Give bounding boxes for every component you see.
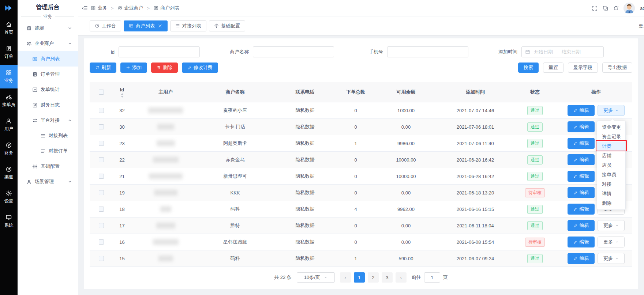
cell-add-time-text: 2021-06-07 09:24: [457, 256, 494, 261]
calendar-icon: [525, 49, 530, 54]
date-range-input[interactable]: 开始日期 结束日期: [521, 46, 604, 57]
search-button[interactable]: 搜索: [518, 63, 539, 73]
more-button[interactable]: 更多: [598, 220, 625, 231]
row-checkbox[interactable]: [99, 157, 104, 162]
row-checkbox[interactable]: [99, 223, 104, 228]
goto-page-input[interactable]: [424, 272, 440, 283]
more-button[interactable]: 更多: [598, 105, 625, 116]
cell-select: [90, 135, 113, 151]
page-button-2[interactable]: 2: [368, 272, 379, 283]
page-button-1[interactable]: 1: [354, 272, 365, 283]
refresh-button[interactable]: 刷新: [90, 63, 116, 73]
column-header-label: 主用户: [158, 89, 173, 95]
page-size-select[interactable]: 10条/页: [297, 272, 335, 283]
edit-button[interactable]: 编辑: [568, 171, 595, 182]
row-checkbox[interactable]: [99, 190, 104, 195]
total-count: 共 22 条: [274, 274, 292, 281]
phone-filter-input[interactable]: [387, 46, 468, 57]
modify-billing-button[interactable]: 修改计费: [182, 63, 218, 73]
menu-item-doc-3[interactable]: 订单管理: [18, 67, 78, 82]
avatar[interactable]: [624, 3, 635, 14]
next-page-button[interactable]: ›: [396, 272, 407, 283]
more-button-label: 更多: [603, 255, 613, 262]
rail-item-compass[interactable]: 渠道: [0, 162, 18, 185]
more-button[interactable]: 更多: [598, 237, 625, 247]
username[interactable]: admin: [640, 5, 644, 11]
more-button[interactable]: 更多: [598, 253, 625, 264]
page-button-3[interactable]: 3: [382, 272, 393, 283]
row-checkbox[interactable]: [99, 256, 104, 261]
show-fields-button[interactable]: 显示字段: [568, 63, 598, 73]
rail-item-monitor[interactable]: 系统: [0, 210, 18, 233]
tab-dashboard[interactable]: 工作台: [90, 20, 121, 31]
rail-item-coin[interactable]: 财务: [0, 137, 18, 161]
rail-item-home[interactable]: 首页: [0, 17, 18, 40]
menu-item-shop-0[interactable]: 跑腿: [18, 20, 78, 36]
edit-button[interactable]: 编辑: [568, 204, 595, 215]
tab-list[interactable]: 对接列表: [170, 20, 206, 31]
theme-icon[interactable]: [602, 5, 609, 11]
delete-button[interactable]: 删除: [151, 63, 178, 73]
rail-item-user[interactable]: 用户: [0, 113, 18, 137]
menu-item-people-1[interactable]: 企业商户: [18, 36, 78, 51]
edit-button[interactable]: 编辑: [568, 105, 595, 116]
dropdown-item-详情[interactable]: 详情: [597, 189, 625, 198]
menu-item-editdoc-5[interactable]: 财务日志: [18, 97, 78, 113]
edit-button[interactable]: 编辑: [568, 138, 595, 149]
sort-icons[interactable]: [121, 93, 124, 98]
app-logo-icon[interactable]: [0, 0, 18, 16]
collapse-sidebar-icon[interactable]: [82, 5, 88, 11]
breadcrumb-item-people[interactable]: 企业商户: [117, 5, 143, 11]
edit-button[interactable]: 编辑: [568, 253, 595, 264]
breadcrumb-item-card[interactable]: 商户列表: [153, 5, 179, 11]
tab-gear[interactable]: 基础配置: [209, 20, 245, 31]
edit-button[interactable]: 编辑: [568, 220, 595, 231]
merchant-name-filter-input[interactable]: [253, 46, 334, 57]
menu-item-user-10[interactable]: 场景管理: [18, 174, 78, 189]
menu-item-gear-9[interactable]: 基础配置: [18, 159, 78, 174]
rail-item-bike[interactable]: 接单员: [0, 89, 18, 113]
edit-button[interactable]: 编辑: [568, 154, 595, 165]
row-checkbox[interactable]: [99, 141, 104, 146]
tabs-more-button[interactable]: 更多: [639, 16, 644, 35]
rail-item-gear[interactable]: 设置: [0, 186, 18, 209]
menu-item-list-7[interactable]: 对接列表: [18, 128, 78, 143]
breadcrumb-item-grid[interactable]: 业务: [91, 5, 107, 11]
menu-item-card-2[interactable]: 商户列表: [18, 51, 78, 67]
add-button[interactable]: 添加: [120, 63, 147, 73]
row-checkbox[interactable]: [99, 174, 104, 179]
edit-button[interactable]: 编辑: [568, 121, 595, 132]
reset-button[interactable]: 重置: [543, 63, 564, 73]
edit-button[interactable]: 编辑: [568, 237, 595, 247]
id-filter-input[interactable]: [119, 46, 200, 57]
menu-item-chart-4[interactable]: 发单统计: [18, 82, 78, 97]
edit-button[interactable]: 编辑: [568, 187, 595, 198]
dropdown-item-资金变更[interactable]: 资金变更: [597, 122, 625, 132]
dropdown-item-接单员[interactable]: 接单员: [597, 170, 625, 179]
menu-item-lines-8[interactable]: 对接订单: [18, 143, 78, 159]
dropdown-item-计费[interactable]: 计费: [597, 141, 625, 151]
menu-item-swap-6[interactable]: 平台对接: [18, 113, 78, 128]
row-checkbox[interactable]: [99, 207, 104, 212]
tab-label: 基础配置: [221, 23, 240, 29]
page: 首页订单业务接单员用户财务渠道设置系统 管理后台 业务 跑腿企业商户商户列表订单…: [0, 0, 644, 295]
cell-merchant-name-text: 星邻送跑腿: [223, 239, 247, 245]
tab-card[interactable]: 商户列表: [124, 20, 168, 31]
dropdown-item-资金记录[interactable]: 资金记录: [597, 132, 625, 141]
fullscreen-icon[interactable]: [592, 5, 598, 11]
refresh-page-icon[interactable]: [613, 5, 619, 11]
row-checkbox[interactable]: [99, 108, 104, 113]
dropdown-item-店员[interactable]: 店员: [597, 160, 625, 170]
dropdown-item-对接[interactable]: 对接: [597, 179, 625, 189]
row-checkbox[interactable]: [99, 239, 104, 245]
menu-item-label: 订单管理: [41, 71, 60, 77]
row-checkbox[interactable]: [99, 124, 104, 129]
export-data-button[interactable]: 导出数据: [602, 63, 632, 73]
dropdown-item-删除[interactable]: 删除: [597, 198, 625, 208]
rail-item-grid[interactable]: 业务: [0, 65, 18, 88]
dropdown-item-店铺[interactable]: 店铺: [597, 151, 625, 160]
select-all-checkbox[interactable]: [99, 90, 104, 95]
edit-button-label: 编辑: [580, 140, 589, 147]
prev-page-button[interactable]: ‹: [340, 272, 351, 283]
rail-item-doc[interactable]: 订单: [0, 41, 18, 64]
